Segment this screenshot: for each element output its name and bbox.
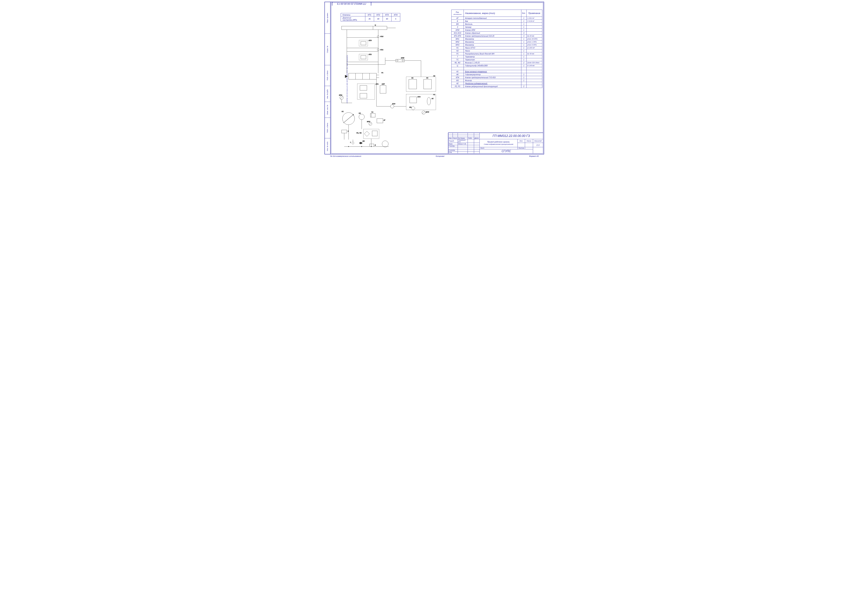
parts-row: Н1Насос A7VO1Q=160 см³ xyxy=(451,47,542,50)
part-qty: 1 xyxy=(521,55,526,58)
tb-massa: Масса xyxy=(525,139,533,143)
part-name: Манометр xyxy=(464,40,521,43)
svg-text:Б: Б xyxy=(375,144,376,146)
parts-row: МН1Манометр1pmax=40 МПа xyxy=(451,37,542,40)
part-note: pmax=40 МПа xyxy=(526,37,542,40)
part-note xyxy=(526,55,542,58)
part-note xyxy=(526,29,542,32)
svg-point-24 xyxy=(402,60,404,61)
bottom-center: Копировал xyxy=(436,155,444,157)
svg-rect-77 xyxy=(342,130,347,133)
part-qty xyxy=(521,82,526,85)
part-name xyxy=(464,67,521,70)
part-note xyxy=(526,58,542,61)
svg-rect-40 xyxy=(424,79,432,89)
part-qty: 1 xyxy=(521,20,526,23)
part-pos: МН2 xyxy=(451,40,464,43)
valves-h3: КП3 xyxy=(383,13,391,16)
part-pos: Р1 xyxy=(451,52,464,55)
parts-h1b: обозначение xyxy=(453,14,461,15)
part-pos: АТ xyxy=(451,17,464,20)
svg-point-66 xyxy=(359,114,365,119)
parts-row: АКГидроаккумулятор1 xyxy=(451,73,542,76)
bottom-right: Формат A3 xyxy=(529,155,539,157)
parts-row: АТАппарат теплообменный1A=36,9 м² xyxy=(451,17,542,20)
part-qty: 1 xyxy=(521,47,526,50)
svg-text:КП3: КП3 xyxy=(369,40,372,41)
valves-v2: 40 xyxy=(374,16,383,22)
part-pos: МН1 xyxy=(451,37,464,40)
part-pos: КП4 xyxy=(451,76,464,79)
stamp-sprav: Справ. № xyxy=(326,46,328,53)
svg-rect-74 xyxy=(363,129,379,139)
part-name: Аппарат теплообменный xyxy=(464,17,521,20)
part-pos: Ф3 xyxy=(451,79,464,82)
part-qty: 1 xyxy=(521,17,526,20)
svg-point-91 xyxy=(348,146,349,147)
parts-row: КП4Клапан предохранительный ТУ2-0531 xyxy=(451,76,542,79)
svg-text:КО1: КО1 xyxy=(380,49,383,51)
part-pos: Р2, Р3 xyxy=(451,85,464,88)
part-name: Клапан ИЛИ xyxy=(464,29,521,32)
svg-text:Р3: Р3 xyxy=(426,77,428,79)
part-pos: Н2 xyxy=(451,50,464,52)
tb-podp: Подп. xyxy=(468,137,474,139)
part-note xyxy=(526,82,542,85)
parts-row xyxy=(451,67,542,70)
part-qty: 3 xyxy=(521,34,526,37)
part-qty: 1 xyxy=(521,23,526,26)
tb-mashtab: Масштаб xyxy=(533,139,543,143)
part-name: Манометр xyxy=(464,43,521,47)
part-pos: Ф1, Ф2 xyxy=(451,61,464,64)
tb-prov-name: Мокин Н.В. xyxy=(458,143,467,145)
svg-text:Р1: Р1 xyxy=(381,72,383,74)
part-note xyxy=(526,26,542,29)
part-note xyxy=(526,67,542,70)
parts-row: МН3Манометр1pmax=6 МПа xyxy=(451,43,542,47)
part-qty: 2 xyxy=(521,61,526,64)
svg-text:ИЛИ: ИЛИ xyxy=(401,57,404,59)
svg-text:АК: АК xyxy=(431,98,433,99)
tb-list: Лист xyxy=(453,137,458,139)
parts-row: КП1-КП3Клапан предохранительный 510.203d… xyxy=(451,34,542,37)
part-name: Фильтр 1.1.40-25 xyxy=(464,61,521,64)
part-name: Фильтр xyxy=(464,79,521,82)
svg-rect-75 xyxy=(372,131,377,136)
parts-h1a: Поз. xyxy=(456,11,459,13)
part-note: dу=20 мм xyxy=(526,34,542,37)
tb-razrab: Разраб. xyxy=(448,139,458,143)
valves-v3: 40 xyxy=(383,16,391,22)
svg-rect-47 xyxy=(410,97,417,103)
part-note: pmax=1 МПа xyxy=(526,40,542,43)
tb-scale: 1:1 xyxy=(533,143,543,147)
doc-title2: Схема гидравлическая принципиальная xyxy=(484,143,513,145)
svg-rect-36 xyxy=(380,85,386,93)
svg-text:А1: А1 xyxy=(433,94,435,95)
title-block: ГП ММ312.22.00.00.00 ГЗ Изм. Лист № доку… xyxy=(448,133,543,154)
svg-text:ВН: ВН xyxy=(363,140,365,142)
svg-rect-15 xyxy=(359,54,368,60)
part-qty: 1 xyxy=(521,73,526,76)
part-pos: КО1-КО3 xyxy=(451,32,464,34)
tb-tkontr: Т.контр. xyxy=(448,145,458,147)
svg-text:КП2: КП2 xyxy=(369,54,372,55)
parts-list-table: Поз.обозначение Наименование, марка (тип… xyxy=(451,9,542,88)
tb-utv: Утв. xyxy=(448,151,458,154)
part-name: Затвор xyxy=(464,26,521,29)
part-name: Блок питания управления: xyxy=(464,70,521,73)
parts-row: ВНВентиль1 xyxy=(451,23,542,26)
parts-row: Р1Распределитель Bosch Rexroth WH1dу=30 … xyxy=(451,52,542,55)
tb-razrab-name: Глуханько Р.П. xyxy=(458,139,467,143)
part-name: Гидроаккумулятор xyxy=(464,73,521,76)
part-qty: 1 xyxy=(521,26,526,29)
part-pos: Т xyxy=(451,55,464,58)
svg-point-53 xyxy=(390,105,394,108)
tb-nkontr: Н.контр. xyxy=(448,149,458,151)
part-pos: КП1-КП3 xyxy=(451,34,464,37)
svg-text:Н1: Н1 xyxy=(342,111,344,112)
doc-code-rotated: ГП ММ312.22.00.00.00 ГЗ xyxy=(337,2,366,5)
part-pos: МН3 xyxy=(451,43,464,47)
part-pos xyxy=(451,67,464,70)
part-qty: 1 xyxy=(521,76,526,79)
svg-text:Т: Т xyxy=(350,142,351,143)
